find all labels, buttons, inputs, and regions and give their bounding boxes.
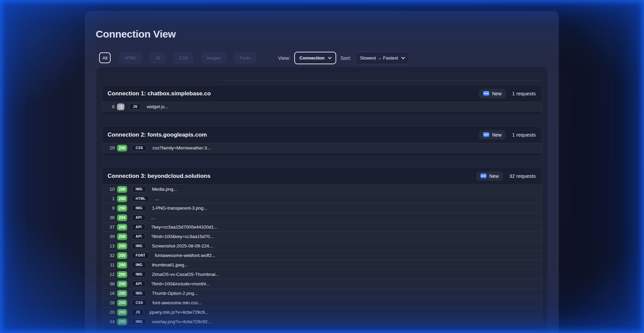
resource-type-tag: CSS [132,145,147,151]
request-row[interactable]: 16 200 IMG Thumb-Option-2.png... [102,288,542,298]
request-row[interactable]: 38 200 API ?limit=100&include=monthl... [102,279,542,288]
status-badge: 200 [117,262,127,268]
request-row[interactable]: 20 200 JS jquery.min.js?v=4cbe729c9... [102,307,542,317]
request-index: 13 [108,243,115,248]
status-badge: 200 [117,318,127,325]
request-count: 32 requests [509,173,536,179]
filter-button-label: Fonts [239,55,251,61]
request-row[interactable]: 1 200 HTML ... [102,194,542,203]
filter-button-label: Images [207,55,221,61]
status-badge: 200 [117,271,127,278]
request-count: 1 requests [512,91,536,96]
chevron-down-icon [328,55,331,59]
request-row[interactable]: 9 200 IMG 1-PNG-transperent-3.png... [102,203,542,213]
request-row[interactable]: 13 200 IMG Screenshot-2025-08-09-224... [102,241,542,251]
filter-button[interactable]: CSS [174,52,193,63]
sort-select-value: Slowest → Fastest [360,55,398,61]
new-badge-label: New [492,132,502,138]
request-url: ... [155,196,159,201]
resource-type-tag: CSS [132,300,147,306]
resource-type-tag: API [132,281,145,287]
request-url: font-awesome.min.css... [153,300,202,305]
request-url: 1-PNG-transperent-3.png... [152,206,207,211]
request-row[interactable]: 36 204 API ... [102,213,542,222]
request-count: 1 requests [512,132,536,138]
request-row[interactable]: 39 200 API ?limit=100&key=cc3aa15d70... [102,232,542,241]
sort-select[interactable]: Slowest → Fastest [355,52,409,64]
request-row[interactable]: 37 200 API ?key=cc3aa15d7000e44320d1... [102,222,542,232]
request-row[interactable]: 10 200 IMG Media.png... [102,184,542,194]
view-select-value: Connection [299,55,324,61]
filter-button[interactable]: HTML [120,52,141,63]
request-url: widget.js... [147,104,168,109]
view-select[interactable]: Connection [294,52,336,64]
request-url: ZimaOS-vs-CasaOS-Thumbnai... [152,272,219,277]
filter-button[interactable]: Images [202,52,226,63]
new-badge: NEW New [479,130,506,140]
request-row[interactable]: 28 200 CSS font-awesome.min.css... [102,298,542,307]
request-url: Thumb-Option-2.png... [152,291,198,296]
section-divider [220,80,542,81]
request-index: 20 [108,310,115,315]
resource-type-tag: IMG [132,243,146,249]
status-badge: 200 [117,243,127,249]
filter-button-label: HTML [124,55,136,61]
status-badge: 204 [117,214,127,221]
status-badge: 200 [117,281,127,287]
request-index: 8 [108,104,115,109]
filter-button-label: All [102,55,107,61]
connection-title: Connection 2: fonts.googleapis.com [108,132,479,138]
status-badge: 200 [117,300,127,306]
status-badge: 200 [117,252,127,259]
request-rows: 8 -1 JS widget.js... [102,102,542,112]
resource-type-tag: JS [129,103,141,110]
status-badge: 200 [117,195,127,202]
request-row[interactable]: 34 200 IMG overlay.png?v=4cbe729c92... [102,317,542,326]
filter-button[interactable]: All [99,52,111,63]
toolbar: All HTML JS CSS Images Fonts View: Conne… [99,49,409,66]
filter-button[interactable]: Fonts [235,52,255,63]
request-index: 38 [108,281,115,286]
connection-card: Connection 3: beyondcloud.solutions NEW … [102,167,542,330]
request-row[interactable]: 29 200 CSS css?family=Merriweather:3... [102,143,542,152]
resource-type-tag: IMG [132,318,146,325]
resource-type-tag: IMG [132,205,146,211]
new-badge: NEW New [476,171,503,181]
connection-title: Connection 3: beyondcloud.solutions [108,173,476,180]
filter-button[interactable]: JS [151,52,165,63]
page-title: Connection View [96,28,176,40]
request-row[interactable]: 32 200 FONT fontawesome-webfont.woff2... [102,251,542,260]
connection-card-header[interactable]: Connection 2: fonts.googleapis.com NEW N… [102,126,542,143]
new-badge: NEW New [479,89,506,98]
status-badge: 200 [117,186,127,193]
request-url: jquery.min.js?v=4cbe729c9... [150,310,208,315]
request-url: ?limit=100&include=monthl... [151,281,210,286]
resource-type-tag: IMG [132,262,146,268]
request-index: 36 [108,215,115,220]
request-index: 34 [108,319,115,324]
request-url: thumbnail1.jpeg... [152,262,188,267]
request-row[interactable]: 11 200 IMG thumbnail1.jpeg... [102,260,542,269]
request-url: overlay.png?v=4cbe729c92... [152,319,211,324]
connection-card: Connection 2: fonts.googleapis.com NEW N… [102,126,542,157]
connection-view-app: Connection View All HTML JS CSS Images F… [0,0,644,333]
request-row[interactable]: 12 200 IMG ZimaOS-vs-CasaOS-Thumbnai... [102,269,542,279]
new-icon: NEW [483,91,489,96]
main-panel: Connection View All HTML JS CSS Images F… [85,11,559,333]
request-rows: 10 200 IMG Media.png... 1 200 HTML ... [102,184,542,327]
new-icon: NEW [480,173,487,179]
request-index: 11 [108,262,115,267]
filter-button-label: JS [155,55,160,61]
connections-section: Connection 1: chatbox.simplebase.co NEW … [96,67,547,333]
request-url: Media.png... [152,187,177,192]
filter-button-label: CSS [179,55,188,61]
connection-card-header[interactable]: Connection 1: chatbox.simplebase.co NEW … [102,85,542,102]
resource-type-tag: HTML [132,195,149,202]
connection-card-header[interactable]: Connection 3: beyondcloud.solutions NEW … [102,168,542,184]
sort-label: Sort: [341,55,351,61]
request-index: 10 [108,187,115,192]
resource-type-tag: API [132,233,145,240]
request-row[interactable]: 8 -1 JS widget.js... [102,102,542,111]
status-badge: 200 [117,145,127,151]
resource-type-tag: API [132,224,145,230]
